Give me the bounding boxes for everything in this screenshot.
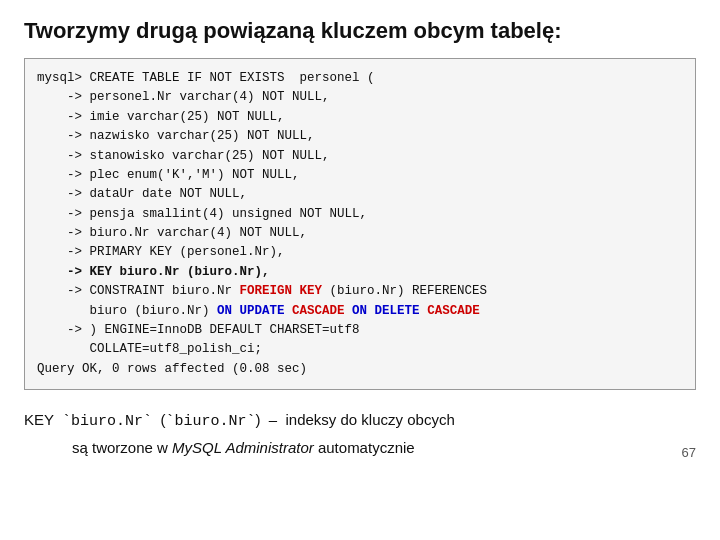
code-line-10: -> PRIMARY KEY (personel.Nr), xyxy=(37,243,683,262)
code-line-6: -> plec enum('K','M') NOT NULL, xyxy=(37,166,683,185)
code-line-2: -> personel.Nr varchar(4) NOT NULL, xyxy=(37,88,683,107)
code-line-14: -> ) ENGINE=InnoDB DEFAULT CHARSET=utf8 xyxy=(37,321,683,340)
code-line-11: -> KEY biuro.Nr (biuro.Nr), xyxy=(37,263,683,282)
code-line-16: Query OK, 0 rows affected (0.08 sec) xyxy=(37,360,683,379)
page-number: 67 xyxy=(682,445,696,460)
code-line-7: -> dataUr date NOT NULL, xyxy=(37,185,683,204)
code-block: mysql> CREATE TABLE IF NOT EXISTS person… xyxy=(24,58,696,390)
code-line-4: -> nazwisko varchar(25) NOT NULL, xyxy=(37,127,683,146)
footer-line2: są tworzone w MySQL Administrator automa… xyxy=(72,436,415,460)
footer-line2-row: są tworzone w MySQL Administrator automa… xyxy=(24,436,696,460)
code-line-1: mysql> CREATE TABLE IF NOT EXISTS person… xyxy=(37,69,683,88)
page-title: Tworzymy drugą powiązaną kluczem obcym t… xyxy=(24,18,696,44)
code-line-5: -> stanowisko varchar(25) NOT NULL, xyxy=(37,147,683,166)
code-line-9: -> biuro.Nr varchar(4) NOT NULL, xyxy=(37,224,683,243)
footer-text-2: są tworzone w MySQL Administrator automa… xyxy=(72,436,415,460)
footer-section: KEY `biuro.Nr` (`biuro.Nr`) – indeksy do… xyxy=(24,408,696,460)
footer-text-1: KEY `biuro.Nr` (`biuro.Nr`) – indeksy do… xyxy=(24,408,455,434)
footer-line1: KEY `biuro.Nr` (`biuro.Nr`) – indeksy do… xyxy=(24,408,696,434)
code-line-3: -> imie varchar(25) NOT NULL, xyxy=(37,108,683,127)
code-line-13: biuro (biuro.Nr) ON UPDATE CASCADE ON DE… xyxy=(37,302,683,321)
code-line-15: COLLATE=utf8_polish_ci; xyxy=(37,340,683,359)
code-line-12: -> CONSTRAINT biuro.Nr FOREIGN KEY (biur… xyxy=(37,282,683,301)
code-line-8: -> pensja smallint(4) unsigned NOT NULL, xyxy=(37,205,683,224)
